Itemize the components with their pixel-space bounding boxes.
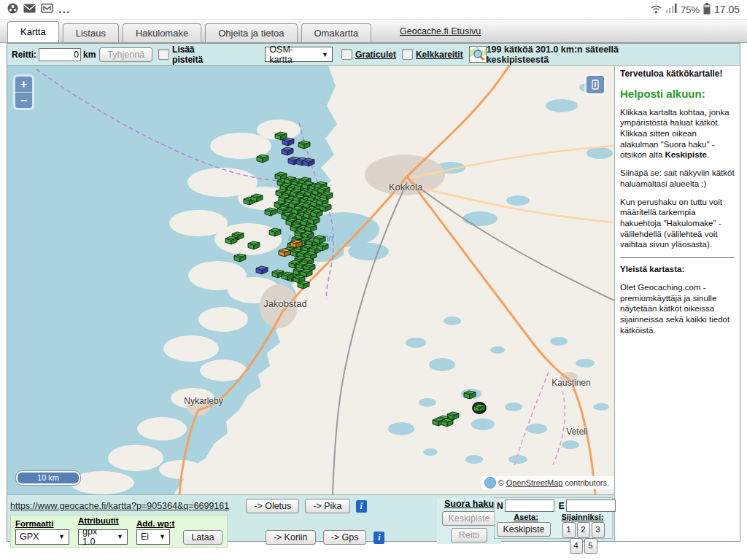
attributes-label-link[interactable]: Attribuutit bbox=[78, 516, 128, 525]
direct-reitti-button[interactable]: Reitti bbox=[451, 528, 487, 542]
graticule-checkbox[interactable] bbox=[341, 49, 352, 60]
basemap-select[interactable]: OSM-kartta▼ bbox=[265, 47, 333, 62]
map-search-icon[interactable] bbox=[469, 46, 487, 63]
zoom-control: + − bbox=[13, 74, 34, 110]
cache-marker[interactable] bbox=[281, 271, 294, 280]
snowmobile-routes-checkbox[interactable] bbox=[402, 49, 413, 60]
direct-keskipiste-button[interactable]: Keskipiste bbox=[442, 511, 496, 526]
battery-icon bbox=[703, 3, 711, 17]
map-scale-bar: 10 km bbox=[16, 471, 80, 485]
zoom-out-button[interactable]: − bbox=[15, 93, 32, 108]
location-slot-button-5[interactable]: 5 bbox=[584, 538, 597, 554]
map-overlay-toggle-button[interactable] bbox=[587, 76, 604, 93]
cache-marker[interactable] bbox=[255, 265, 268, 274]
location-slot-button-3[interactable]: 3 bbox=[592, 522, 605, 538]
sidebar-heading: Helposti alkuun: bbox=[620, 87, 735, 101]
geocache-home-link[interactable]: Geocache.fi Etusivu bbox=[400, 26, 481, 36]
cache-marker[interactable] bbox=[281, 146, 294, 155]
cache-marker[interactable] bbox=[472, 402, 487, 414]
map-toolbar: Reitti: km Tyhjennä Lisää pisteitä OSM-k… bbox=[7, 44, 740, 66]
sidebar-paragraph-2: Siinäpä se: sait näkyviin kätköt haluama… bbox=[620, 168, 735, 189]
cache-marker[interactable] bbox=[297, 279, 310, 289]
android-status-bar: ... 75% 17.05 bbox=[0, 0, 747, 19]
openstreetmap-link[interactable]: OpenStreetMap bbox=[506, 478, 563, 487]
chevron-down-icon: ▼ bbox=[314, 51, 328, 58]
clear-route-button[interactable]: Tyhjennä bbox=[99, 47, 152, 62]
map-canvas[interactable]: KokkolaJakobstadNykarlebyKaustinenVeteli… bbox=[7, 66, 614, 494]
addwp-select[interactable]: Ei▼ bbox=[136, 529, 170, 545]
snowmobile-routes-link[interactable]: Kelkkareitit bbox=[416, 50, 463, 60]
direct-search-title: Suora haku bbox=[437, 499, 501, 509]
info-icon-url[interactable]: i bbox=[356, 500, 367, 513]
zoom-in-button[interactable]: + bbox=[15, 77, 32, 93]
aseta-label: Aseta: bbox=[497, 513, 555, 521]
location-slot-button-2[interactable]: 2 bbox=[577, 522, 590, 538]
map-attribution: © OpenStreetMap contributors. bbox=[481, 476, 614, 489]
sidebar-paragraph-3: Kun perushaku on tuttu voit määritellä t… bbox=[620, 197, 735, 251]
cache-marker[interactable] bbox=[302, 157, 315, 166]
east-label: E bbox=[559, 501, 565, 511]
add-points-label: Lisää pisteitä bbox=[172, 44, 224, 65]
download-button[interactable]: Lataa bbox=[183, 530, 222, 545]
osm-logo-icon bbox=[484, 477, 496, 489]
location-slot-button-1[interactable]: 1 bbox=[562, 522, 576, 538]
cache-count-status: 199 kätköä 301.0 km:n säteellä keskipist… bbox=[487, 44, 671, 65]
gps-button[interactable]: -> Gps bbox=[323, 530, 367, 545]
tab-kartta[interactable]: Kartta bbox=[7, 21, 59, 42]
tab-hakulomake[interactable]: Hakulomake bbox=[123, 23, 201, 42]
more-notifications-indicator: ... bbox=[58, 3, 70, 16]
tab-omakartta[interactable]: Omakartta bbox=[301, 23, 372, 42]
add-points-checkbox[interactable] bbox=[158, 49, 169, 60]
east-coordinate-input[interactable] bbox=[566, 499, 616, 512]
format-select[interactable]: GPX▼ bbox=[15, 529, 69, 545]
attributes-select[interactable]: gpx 1.0▼ bbox=[78, 529, 128, 545]
battery-percent: 75% bbox=[681, 4, 700, 15]
gmail-notification-icon bbox=[41, 3, 53, 16]
cache-marker[interactable] bbox=[441, 417, 454, 427]
email-notification-icon bbox=[23, 3, 36, 16]
basemap-graphics bbox=[7, 66, 614, 494]
location-slot-button-4[interactable]: 4 bbox=[570, 538, 583, 554]
coordinates-panel: N E Aseta: Keskipiste Sijainniksi: 12345 bbox=[494, 497, 613, 539]
cache-marker[interactable] bbox=[298, 139, 311, 149]
cache-marker[interactable] bbox=[278, 247, 291, 257]
chevron-down-icon: ▼ bbox=[109, 533, 123, 540]
km-label: km bbox=[83, 50, 96, 60]
cache-marker[interactable] bbox=[256, 153, 269, 163]
sidebar-paragraph-4: Olet Geocaching.com - premiumkäyttäjä ja… bbox=[620, 282, 735, 336]
bottom-toolbar: https://www.geocache.fi/kartta?p=905364&… bbox=[7, 494, 614, 541]
sidebar-paragraph-1: Klikkaa kartalta kohtaa, jonka ympäristö… bbox=[620, 107, 735, 161]
set-keskipiste-button[interactable]: Keskipiste bbox=[497, 522, 551, 537]
cache-marker[interactable] bbox=[316, 241, 329, 251]
cache-marker[interactable] bbox=[268, 227, 282, 236]
clock: 17.05 bbox=[714, 4, 740, 15]
cache-marker[interactable] bbox=[290, 238, 303, 248]
cache-marker[interactable] bbox=[250, 192, 263, 202]
tab-listaus[interactable]: Listaus bbox=[63, 23, 119, 42]
permalink-url[interactable]: https://www.geocache.fi/kartta?p=905364&… bbox=[10, 501, 229, 511]
north-coordinate-input[interactable] bbox=[505, 499, 554, 512]
sidebar-divider bbox=[620, 257, 735, 258]
route-distance-input[interactable] bbox=[39, 48, 81, 61]
tab-strip: KarttaListausHakulomakeOhjeita ja tietoa… bbox=[0, 19, 747, 43]
pika-button[interactable]: -> Pika bbox=[305, 499, 349, 513]
graticule-link[interactable]: Graticulet bbox=[355, 50, 396, 60]
info-icon-export[interactable]: i bbox=[374, 532, 384, 544]
chevron-down-icon: ▼ bbox=[152, 533, 166, 540]
cache-marker[interactable] bbox=[225, 235, 238, 244]
cache-marker[interactable] bbox=[282, 136, 295, 146]
tab-ohjeita-ja-tietoa[interactable]: Ohjeita ja tietoa bbox=[205, 23, 297, 42]
chevron-down-icon: ▼ bbox=[51, 533, 65, 540]
app-notification-ball-icon bbox=[7, 3, 18, 17]
cache-marker[interactable] bbox=[233, 252, 247, 262]
cache-marker[interactable] bbox=[247, 240, 260, 249]
export-panel: Formaatti GPX▼ Attribuutit gpx 1.0▼ Add.… bbox=[10, 515, 228, 548]
sidebar-welcome-title: Tervetuloa kätkökartalle! bbox=[620, 69, 735, 79]
direct-search-panel: Suora haku Keskipiste Reitti bbox=[437, 498, 501, 544]
cache-marker[interactable] bbox=[463, 389, 476, 399]
koriin-button[interactable]: -> Koriin bbox=[266, 530, 316, 545]
format-label-link[interactable]: Formaatti bbox=[15, 519, 69, 528]
sidebar-section2-title: Yleistä kartasta: bbox=[620, 264, 735, 275]
addwp-label-link[interactable]: Add. wp:t bbox=[136, 519, 174, 528]
oletus-button[interactable]: -> Oletus bbox=[246, 499, 299, 513]
